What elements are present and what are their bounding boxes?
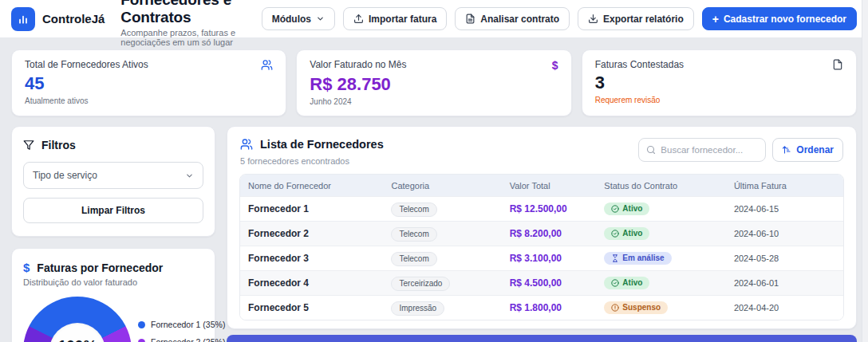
column-header-category: Categoria	[389, 181, 507, 191]
supplier-category: Telecom	[389, 226, 507, 242]
document-icon	[832, 59, 843, 70]
donut-chart: 100% Total	[23, 297, 132, 342]
search-input[interactable]	[661, 145, 758, 155]
donut-center-value: 100%	[58, 337, 97, 342]
status-label: Em análise	[622, 254, 664, 262]
supplier-status: Ativo	[602, 276, 732, 290]
top-bar: ControleJá Fornecedores e Contratos Acom…	[0, 0, 868, 38]
supplier-total-value: R$ 3.100,00	[508, 253, 603, 264]
status-label: Suspenso	[622, 304, 661, 312]
hourglass-icon	[611, 254, 619, 262]
sort-button[interactable]: Ordenar	[772, 138, 843, 162]
table-row[interactable]: Fornecedor 5ImpressãoR$ 1.800,00Suspenso…	[240, 295, 843, 320]
dollar-icon: $	[552, 59, 558, 72]
supplier-name: Fornecedor 4	[240, 277, 389, 289]
page-title-block: Fornecedores e Contratos Acompanhe prazo…	[120, 0, 245, 47]
suppliers-table: Nome do Fornecedor Categoria Valor Total…	[239, 174, 844, 320]
check-circle-icon	[611, 230, 619, 238]
add-supplier-button[interactable]: + Cadastrar novo fornecedor	[702, 7, 857, 30]
supplier-name: Fornecedor 2	[240, 228, 389, 239]
supplier-name: Fornecedor 3	[240, 253, 389, 264]
column-header-last-invoice: Última Fatura	[732, 181, 843, 191]
status-badge: Ativo	[604, 227, 649, 240]
chevron-down-icon	[185, 171, 194, 180]
supplier-last-invoice: 2024-06-10	[732, 229, 843, 238]
supplier-status: Em análise	[602, 251, 732, 265]
analyze-contract-label: Analisar contrato	[480, 14, 559, 25]
column-header-name: Nome do Fornecedor	[240, 181, 389, 191]
supplier-total-value: R$ 12.500,00	[508, 203, 603, 214]
header-actions: Módulos Importar fatura Analisar contrat…	[262, 7, 857, 30]
stat-value: 3	[595, 73, 843, 93]
filter-funnel-icon	[23, 140, 34, 151]
legend-label: Fornecedor 2 (25%)	[151, 337, 225, 342]
status-badge: Suspenso	[604, 301, 668, 314]
export-report-button[interactable]: Exportar relatório	[578, 7, 694, 30]
table-row[interactable]: Fornecedor 2TelecomR$ 8.200,00Ativo2024-…	[240, 221, 843, 246]
page-subtitle: Acompanhe prazos, faturas e negociações …	[120, 28, 245, 47]
stat-label: Total de Fornecedores Ativos	[25, 59, 148, 70]
supplier-category: Telecom	[389, 250, 507, 266]
modules-button[interactable]: Módulos	[262, 7, 335, 30]
legend-item: Fornecedor 2 (25%)	[138, 337, 225, 342]
supplier-status: Ativo	[602, 202, 732, 216]
alert-circle-icon	[611, 304, 619, 312]
clear-filters-button[interactable]: Limpar Filtros	[23, 198, 203, 223]
stat-label: Valor Faturado no Mês	[310, 59, 406, 70]
category-badge: Telecom	[391, 202, 436, 217]
download-icon	[588, 14, 598, 24]
supplier-category: Telecom	[389, 201, 507, 217]
supplier-name: Fornecedor 1	[240, 203, 389, 214]
bar-chart-icon	[17, 13, 30, 26]
stat-note: Atualmente ativos	[25, 96, 273, 105]
search-icon	[646, 145, 656, 155]
supplier-total-value: R$ 8.200,00	[508, 228, 603, 239]
chevron-down-icon	[316, 14, 325, 23]
check-circle-icon	[611, 205, 619, 213]
category-badge: Terceirizado	[391, 277, 450, 291]
cutoff-bottom-banner	[227, 335, 857, 342]
analyze-contract-button[interactable]: Analisar contrato	[455, 7, 570, 30]
table-header: Nome do Fornecedor Categoria Valor Total…	[240, 175, 843, 196]
status-badge: Ativo	[604, 277, 649, 289]
page-scrollbar[interactable]	[862, 0, 868, 342]
suppliers-list-panel: Lista de Fornecedores 5 fornecedores enc…	[227, 126, 857, 329]
search-box	[638, 138, 766, 162]
stat-label: Faturas Contestadas	[595, 59, 684, 70]
stat-note: Requerem revisão	[595, 96, 843, 104]
status-badge: Em análise	[604, 252, 671, 265]
filters-panel: Filtros Tipo de serviço Limpar Filtros	[11, 126, 215, 237]
filters-title: Filtros	[41, 139, 76, 151]
import-invoice-button[interactable]: Importar fatura	[343, 7, 447, 30]
table-row[interactable]: Fornecedor 3TelecomR$ 3.100,00Em análise…	[240, 246, 843, 270]
list-title: Lista de Fornecedores	[260, 138, 384, 151]
supplier-total-value: R$ 4.500,00	[508, 277, 603, 289]
upload-icon	[353, 14, 364, 24]
add-supplier-label: Cadastrar novo fornecedor	[724, 14, 846, 25]
stat-value: R$ 28.750	[310, 74, 558, 95]
legend-dot-icon	[138, 321, 145, 328]
table-row[interactable]: Fornecedor 1TelecomR$ 12.500,00Ativo2024…	[240, 196, 843, 221]
brand: ControleJá	[11, 7, 105, 31]
supplier-total-value: R$ 1.800,00	[508, 302, 603, 313]
stat-card-monthly-billed: Valor Faturado no Mês $ R$ 28.750 Junho …	[296, 49, 571, 116]
status-badge: Ativo	[604, 202, 649, 215]
app-logo	[11, 7, 35, 31]
modules-button-label: Módulos	[272, 14, 311, 25]
list-count: 5 fornecedores encontrados	[240, 156, 384, 166]
legend-item: Fornecedor 1 (35%)	[138, 320, 225, 329]
dollar-icon: $	[23, 261, 30, 274]
users-icon	[240, 138, 253, 151]
column-header-status: Status do Contrato	[602, 181, 732, 191]
category-badge: Telecom	[391, 227, 436, 242]
stat-card-contested-invoices: Faturas Contestadas 3 Requerem revisão	[582, 49, 857, 116]
supplier-name: Fornecedor 5	[240, 302, 389, 313]
import-invoice-label: Importar fatura	[369, 14, 436, 25]
stat-cards: Total de Fornecedores Ativos 45 Atualmen…	[0, 38, 868, 116]
service-type-select[interactable]: Tipo de serviço	[23, 162, 203, 189]
table-row[interactable]: Fornecedor 4TerceirizadoR$ 4.500,00Ativo…	[240, 270, 843, 295]
main-column: Lista de Fornecedores 5 fornecedores enc…	[227, 126, 857, 342]
category-badge: Impressão	[391, 301, 444, 316]
supplier-status: Ativo	[602, 226, 732, 241]
column-header-value: Valor Total	[508, 181, 603, 191]
